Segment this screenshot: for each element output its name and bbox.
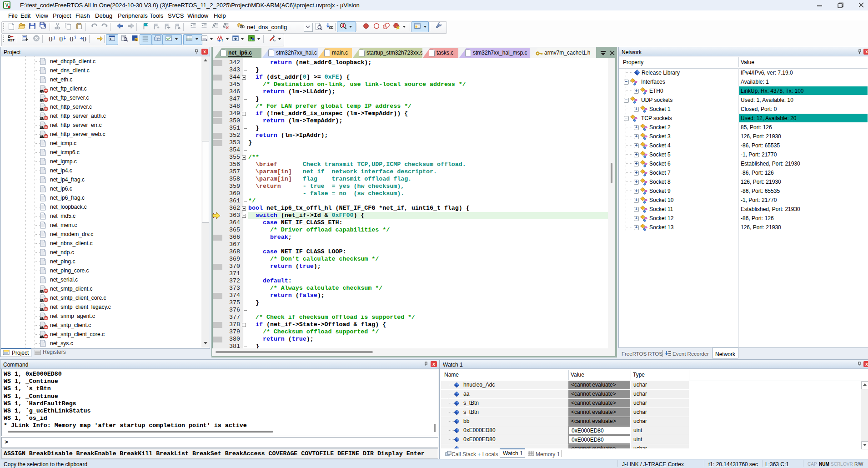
svg-text:RST: RST (8, 38, 15, 42)
svg-text:{}: {} (49, 35, 53, 41)
svg-text:d: d (341, 23, 344, 28)
svg-text:{}: {} (70, 35, 74, 41)
svg-text:{}: {} (59, 35, 64, 41)
svg-text:t: t (222, 38, 223, 42)
svg-text:{}: {} (82, 35, 87, 41)
svg-text:S: S (135, 38, 137, 42)
